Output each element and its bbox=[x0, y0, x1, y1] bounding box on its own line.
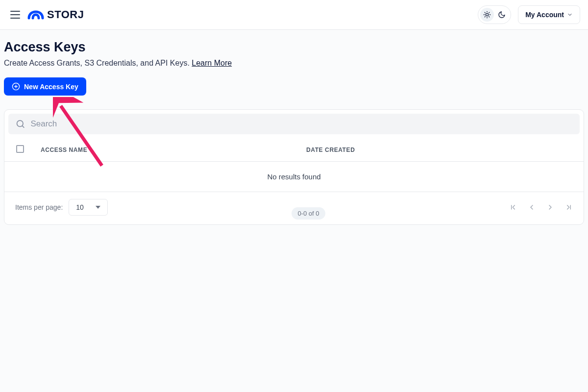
subtitle-text: Create Access Grants, S3 Credentials, an… bbox=[4, 59, 192, 67]
column-date-created[interactable]: DATE CREATED bbox=[306, 147, 572, 153]
chevron-down-icon bbox=[567, 12, 573, 18]
brand-logo[interactable]: STORJ bbox=[27, 8, 84, 21]
no-results-row: No results found bbox=[4, 162, 584, 192]
my-account-label: My Account bbox=[525, 11, 564, 19]
chevron-right-icon bbox=[546, 203, 554, 211]
page-next-button[interactable] bbox=[546, 203, 554, 211]
new-access-key-label: New Access Key bbox=[24, 83, 78, 91]
new-access-key-button[interactable]: New Access Key bbox=[4, 77, 86, 96]
chevron-left-icon bbox=[528, 203, 536, 211]
access-keys-card: ACCESS NAME DATE CREATED No results foun… bbox=[4, 109, 584, 225]
learn-more-link[interactable]: Learn More bbox=[192, 59, 232, 67]
page-last-icon bbox=[565, 203, 573, 211]
search-wrap bbox=[4, 110, 584, 138]
theme-dark-button[interactable] bbox=[495, 8, 509, 22]
table-header-checkbox-cell bbox=[16, 145, 41, 154]
my-account-button[interactable]: My Account bbox=[518, 5, 580, 24]
pager bbox=[509, 203, 573, 211]
items-per-page-value: 10 bbox=[76, 203, 84, 211]
storj-logo-icon bbox=[27, 8, 44, 21]
items-per-page-label: Items per page: bbox=[15, 203, 63, 211]
search-icon bbox=[15, 119, 25, 129]
page-prev-button[interactable] bbox=[528, 203, 536, 211]
theme-toggle bbox=[478, 5, 511, 24]
page-first-icon bbox=[509, 203, 517, 211]
dropdown-caret-icon bbox=[96, 206, 100, 209]
menu-button[interactable] bbox=[8, 7, 23, 22]
theme-light-button[interactable] bbox=[480, 8, 494, 22]
plus-circle-icon bbox=[12, 82, 20, 91]
page-subtitle: Create Access Grants, S3 Credentials, an… bbox=[4, 59, 584, 68]
page-title: Access Keys bbox=[4, 40, 584, 55]
items-per-page-select[interactable]: 10 bbox=[69, 199, 108, 216]
page-last-button[interactable] bbox=[565, 203, 573, 211]
sun-icon bbox=[483, 11, 491, 19]
column-access-name[interactable]: ACCESS NAME bbox=[41, 147, 306, 153]
brand-name: STORJ bbox=[47, 8, 84, 21]
table-header: ACCESS NAME DATE CREATED bbox=[4, 138, 584, 162]
moon-icon bbox=[498, 11, 506, 19]
table-footer: Items per page: 10 0-0 of 0 bbox=[4, 192, 584, 224]
page-header: Access Keys Create Access Grants, S3 Cre… bbox=[4, 34, 584, 77]
search-input[interactable] bbox=[30, 119, 573, 129]
search-box[interactable] bbox=[8, 114, 580, 134]
header-right: My Account bbox=[478, 5, 580, 24]
svg-point-0 bbox=[486, 13, 489, 16]
hamburger-icon bbox=[10, 11, 20, 19]
main-content: Access Keys Create Access Grants, S3 Cre… bbox=[0, 30, 588, 392]
app-header: STORJ My Account bbox=[0, 0, 588, 30]
items-per-page: Items per page: 10 bbox=[15, 199, 108, 216]
page-first-button[interactable] bbox=[509, 203, 517, 211]
select-all-checkbox[interactable] bbox=[16, 145, 24, 153]
page-range: 0-0 of 0 bbox=[292, 207, 325, 220]
header-left: STORJ bbox=[8, 7, 84, 22]
